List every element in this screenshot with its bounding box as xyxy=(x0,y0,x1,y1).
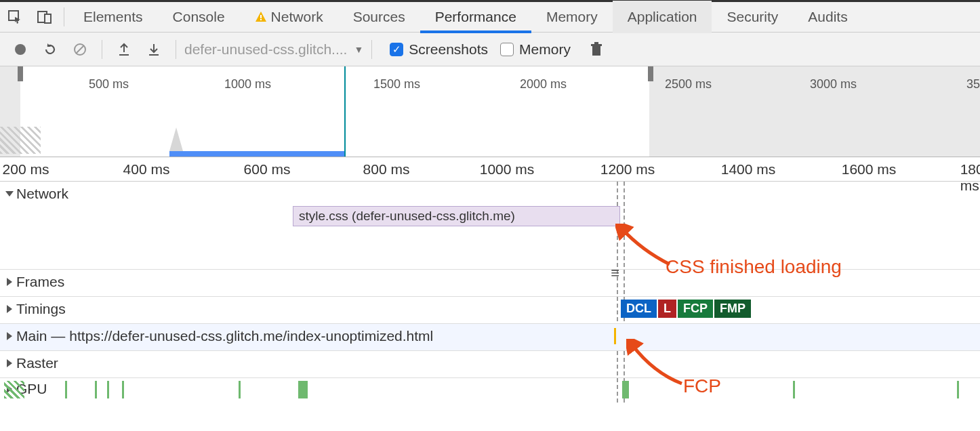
svg-rect-10 xyxy=(592,46,600,56)
badge-load[interactable]: L xyxy=(658,300,676,318)
overview-tick: 2500 ms xyxy=(665,77,712,91)
tab-network[interactable]: Network xyxy=(240,1,338,33)
track-frames-label: Frames xyxy=(16,274,64,290)
divider xyxy=(64,7,64,26)
disclosure-triangle-icon xyxy=(5,191,14,197)
detail-tick: 200 ms xyxy=(3,161,49,178)
disclosure-triangle-icon xyxy=(7,305,12,313)
track-frames-header[interactable]: Frames xyxy=(0,270,980,294)
gpu-bar xyxy=(298,381,308,398)
overview-tick: 3000 ms xyxy=(810,77,857,91)
timing-badges: DCL L FCP FMP xyxy=(621,300,751,318)
clear-button[interactable] xyxy=(66,36,94,63)
network-request-bar[interactable]: style.css (defer-unused-css.glitch.me) xyxy=(293,206,620,226)
svg-rect-4 xyxy=(260,19,262,20)
track-network: Network style.css (defer-unused-css.glit… xyxy=(0,182,980,270)
gpu-bar xyxy=(122,381,124,398)
overview-tick: 500 ms xyxy=(89,77,129,91)
tab-performance[interactable]: Performance xyxy=(420,1,531,33)
track-gpu: GPU xyxy=(0,378,980,403)
overview-activity-peak xyxy=(156,124,197,151)
track-network-label: Network xyxy=(16,186,68,202)
overview-tick: 2000 ms xyxy=(520,77,567,91)
memory-checkbox[interactable]: Memory xyxy=(500,41,571,58)
garbage-collect-button[interactable] xyxy=(583,36,610,63)
overview-cpu-hatch xyxy=(0,127,41,154)
tab-console[interactable]: Console xyxy=(158,1,240,33)
recording-select-label: defer-unused-css.glitch.... xyxy=(184,41,347,58)
badge-fcp[interactable]: FCP xyxy=(678,300,713,318)
recording-select[interactable]: defer-unused-css.glitch.... ▼ xyxy=(184,41,363,58)
reload-button[interactable] xyxy=(37,36,64,63)
badge-dcl[interactable]: DCL xyxy=(621,300,657,318)
disclosure-triangle-icon xyxy=(7,278,12,286)
track-timings: Timings DCL L FCP FMP xyxy=(0,297,980,324)
disclosure-triangle-icon xyxy=(7,332,12,340)
overview-network-bar xyxy=(169,151,344,157)
save-profile-button[interactable] xyxy=(140,36,167,63)
chevron-down-icon: ▼ xyxy=(354,44,363,55)
memory-label: Memory xyxy=(519,41,571,58)
devtools-tabbar: Elements Console Network Sources Perform… xyxy=(0,0,980,33)
track-frames: Frames xyxy=(0,270,980,297)
svg-rect-11 xyxy=(591,44,602,46)
overview-timeline[interactable]: 500 ms 1000 ms 1500 ms 2000 ms 2500 ms 3… xyxy=(0,66,980,157)
detail-tick: 400 ms xyxy=(123,161,170,178)
warning-icon xyxy=(255,11,267,23)
track-timings-header[interactable]: Timings xyxy=(0,297,980,321)
divider xyxy=(102,40,102,59)
detail-tick: 1600 ms xyxy=(842,161,897,178)
svg-line-7 xyxy=(76,45,84,54)
badge-fmp[interactable]: FMP xyxy=(714,300,751,318)
device-toggle-icon[interactable] xyxy=(30,1,60,33)
checkbox-unchecked-icon xyxy=(500,43,514,56)
detail-tick: 1400 ms xyxy=(721,161,776,178)
gpu-bar xyxy=(95,381,97,398)
gpu-bar xyxy=(107,381,109,398)
gpu-bar xyxy=(622,381,629,398)
overview-tick: 35 xyxy=(966,77,980,91)
divider xyxy=(371,40,372,59)
tab-audits[interactable]: Audits xyxy=(793,1,862,33)
detail-tick: 1000 ms xyxy=(480,161,535,178)
gpu-activity-row xyxy=(0,381,980,398)
inspect-icon[interactable] xyxy=(0,1,30,33)
svg-rect-3 xyxy=(260,15,262,18)
divider xyxy=(176,40,176,59)
tab-application[interactable]: Application xyxy=(613,1,712,33)
detail-tick: 600 ms xyxy=(244,161,291,178)
detail-tick: 800 ms xyxy=(363,161,410,178)
tab-security[interactable]: Security xyxy=(712,1,793,33)
overview-tick: 1000 ms xyxy=(224,77,271,91)
network-request-label: style.css (defer-unused-css.glitch.me) xyxy=(299,209,515,224)
track-raster-label: Raster xyxy=(16,355,58,371)
track-main-prefix: Main — xyxy=(16,328,65,344)
tab-network-label: Network xyxy=(271,9,323,25)
track-network-header[interactable]: Network xyxy=(0,182,980,206)
gpu-bar xyxy=(957,381,959,398)
flame-chart-area[interactable]: Network style.css (defer-unused-css.glit… xyxy=(0,182,980,403)
performance-toolbar: defer-unused-css.glitch.... ▼ ✓ Screensh… xyxy=(0,33,980,66)
screenshots-label: Screenshots xyxy=(409,41,488,58)
gpu-bar xyxy=(793,381,795,398)
main-activity-marker xyxy=(614,328,616,344)
track-timings-label: Timings xyxy=(16,301,66,317)
tab-sources[interactable]: Sources xyxy=(338,1,420,33)
screenshots-checkbox[interactable]: ✓ Screenshots xyxy=(390,41,488,58)
detail-ruler[interactable]: 200 ms 400 ms 600 ms 800 ms 1000 ms 1200… xyxy=(0,157,980,182)
track-raster-header[interactable]: Raster xyxy=(0,351,980,375)
record-button[interactable] xyxy=(7,36,34,63)
load-profile-button[interactable] xyxy=(110,36,138,63)
svg-rect-2 xyxy=(45,14,51,23)
svg-point-5 xyxy=(15,44,26,55)
gpu-bar xyxy=(65,381,67,398)
track-main: Main — https://defer-unused-css.glitch.m… xyxy=(0,324,980,351)
overview-playhead[interactable] xyxy=(344,66,346,157)
gpu-bar xyxy=(239,381,241,398)
track-main-url: https://defer-unused-css.glitch.me/index… xyxy=(69,328,433,344)
tab-elements[interactable]: Elements xyxy=(68,1,158,33)
track-main-header[interactable]: Main — https://defer-unused-css.glitch.m… xyxy=(0,324,980,348)
track-raster: Raster xyxy=(0,351,980,378)
checkbox-checked-icon: ✓ xyxy=(390,43,403,56)
tab-memory[interactable]: Memory xyxy=(531,1,613,33)
